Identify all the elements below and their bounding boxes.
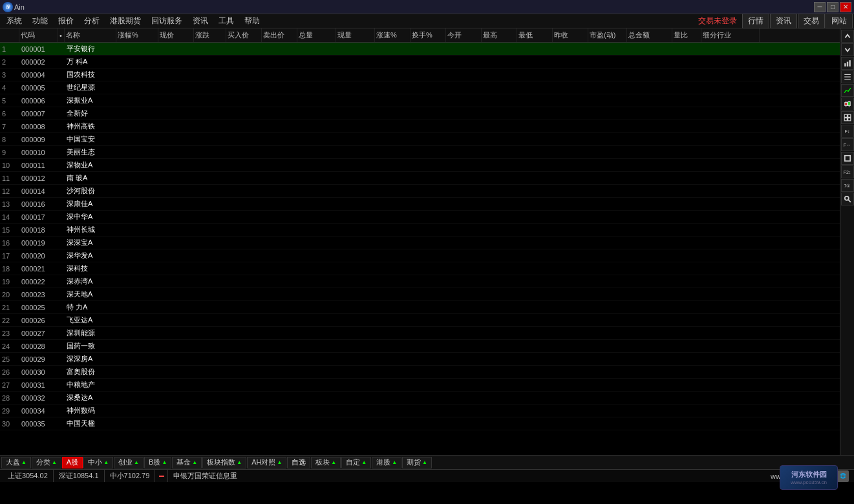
col-curvol[interactable]: 现量 (336, 28, 375, 42)
col-totalamount[interactable]: 总金额 (627, 28, 672, 42)
table-row[interactable]: 27 000031 中粮地产 (0, 379, 840, 392)
sidebar-search-btn[interactable] (841, 193, 854, 205)
sidebar-fz-btn[interactable]: F2↕ (841, 165, 854, 178)
sidebar-list-btn[interactable] (841, 70, 854, 83)
bottom-tab-自选[interactable]: 自选 (287, 457, 310, 468)
bottom-tab-板块指数[interactable]: 板块指数▲ (202, 457, 246, 468)
col-pe[interactable]: 市盈(动) (588, 28, 627, 42)
col-yesterday[interactable]: 昨收 (553, 28, 588, 42)
table-row[interactable]: 20 000023 深天地A (0, 288, 840, 301)
col-turnover[interactable]: 换手% (411, 28, 446, 42)
col-price[interactable]: 现价 (158, 28, 194, 42)
menu-tools[interactable]: 工具 (213, 14, 239, 28)
table-row[interactable]: 22 000026 飞亚达A (0, 314, 840, 327)
sidebar-candlestick-btn[interactable] (841, 98, 854, 110)
table-row[interactable]: 2 000002 万 科A (0, 56, 840, 68)
table-row[interactable]: 12 000014 沙河股份 (0, 185, 840, 198)
sidebar-square-btn[interactable] (841, 152, 854, 165)
sidebar-down-btn[interactable] (841, 43, 854, 56)
col-buy[interactable]: 买入价 (226, 28, 262, 42)
tab-label: 创业 (118, 457, 133, 467)
bottom-tab-基金[interactable]: 基金▲ (172, 457, 202, 468)
bottom-tab-大盘[interactable]: 大盘▲ (1, 457, 31, 468)
table-header: 代码 • 名称 涨幅% 现价 涨跌 买入价 卖出价 总量 现量 涨速% 换手% … (0, 28, 840, 43)
table-row[interactable]: 26 000030 富奥股份 (0, 366, 840, 379)
bottom-tab-期货[interactable]: 期货▲ (402, 457, 432, 468)
restore-button[interactable]: □ (827, 2, 838, 12)
menu-system[interactable]: 系统 (1, 14, 27, 28)
bottom-tab-A股[interactable]: A股 (62, 457, 83, 468)
col-volratio[interactable]: 量比 (672, 28, 701, 42)
table-row[interactable]: 28 000032 深桑达A (0, 392, 840, 404)
table-row[interactable]: 14 000017 深中华A (0, 211, 840, 224)
table-row[interactable]: 19 000022 深赤湾A (0, 275, 840, 288)
col-high[interactable]: 最高 (482, 28, 517, 42)
col-sell[interactable]: 卖出价 (262, 28, 297, 42)
bottom-tab-自定[interactable]: 自定▲ (341, 457, 371, 468)
table-row[interactable]: 21 000025 特 力A (0, 301, 840, 314)
sidebar-linechart-btn[interactable] (841, 84, 854, 97)
sidebar-up-btn[interactable] (841, 30, 854, 43)
menu-news[interactable]: 资讯 (187, 14, 213, 28)
table-row[interactable]: 18 000021 深科技 (0, 262, 840, 275)
menu-return-service[interactable]: 回访服务 (146, 14, 187, 28)
sidebar-7btn[interactable]: 7① (841, 179, 854, 192)
col-low[interactable]: 最低 (517, 28, 553, 42)
table-row[interactable]: 6 000007 全新好 (0, 107, 840, 120)
bottom-tab-AH对照[interactable]: AH对照▲ (247, 457, 286, 468)
bottom-tab-板块[interactable]: 板块▲ (311, 457, 341, 468)
menu-btn-quotes[interactable]: 行情 (742, 14, 769, 28)
col-speed[interactable]: 涨速% (375, 28, 411, 42)
menu-btn-news[interactable]: 资讯 (770, 14, 797, 28)
col-changepct[interactable]: 涨幅% (116, 28, 158, 42)
menu-btn-trade[interactable]: 交易 (798, 14, 825, 28)
close-button[interactable]: ✕ (840, 2, 851, 12)
minimize-button[interactable]: ─ (814, 2, 826, 12)
col-industry[interactable]: 细分行业 (701, 28, 760, 42)
cell-code: 000020 (19, 252, 58, 260)
table-row[interactable]: 9 000010 美丽生态 (0, 146, 840, 159)
bottom-tabs: 大盘▲分类▲A股中小▲创业▲B股▲基金▲板块指数▲AH对照▲自选板块▲自定▲港股… (0, 455, 854, 469)
table-row[interactable]: 8 000009 中国宝安 (0, 133, 840, 146)
table-row[interactable]: 5 000006 深振业A (0, 94, 840, 107)
table-row[interactable]: 10 000011 深物业A (0, 159, 840, 172)
sidebar-fa-btn[interactable]: F↔ (841, 138, 854, 151)
bottom-tab-B股[interactable]: B股▲ (144, 457, 171, 468)
cell-name: 深天地A (65, 289, 116, 299)
sidebar-f2-btn[interactable]: F↕ (841, 125, 854, 138)
table-row[interactable]: 24 000028 国药一致 (0, 340, 840, 353)
table-row[interactable]: 25 000029 深深房A (0, 353, 840, 366)
table-row[interactable]: 1 000001 平安银行 (0, 43, 840, 56)
table-row[interactable]: 16 000019 深深宝A (0, 236, 840, 249)
cell-code: 000029 (19, 355, 58, 363)
col-totalvol[interactable]: 总量 (297, 28, 336, 42)
bottom-tab-中小[interactable]: 中小▲ (83, 457, 113, 468)
table-row[interactable]: 15 000018 神州长城 (0, 224, 840, 236)
table-row[interactable]: 11 000012 南 玻A (0, 172, 840, 185)
col-change[interactable]: 涨跌 (194, 28, 226, 42)
table-row[interactable]: 3 000004 国农科技 (0, 68, 840, 81)
menu-hk-futures[interactable]: 港股期货 (105, 14, 146, 28)
bottom-tab-分类[interactable]: 分类▲ (32, 457, 61, 468)
cell-code: 000012 (19, 174, 58, 182)
menu-btn-website[interactable]: 网站 (826, 14, 853, 28)
table-row[interactable]: 17 000020 深华发A (0, 249, 840, 262)
menu-help[interactable]: 帮助 (239, 14, 265, 28)
menu-analysis[interactable]: 分析 (79, 14, 105, 28)
table-row[interactable]: 13 000016 深康佳A (0, 198, 840, 211)
menu-function[interactable]: 功能 (27, 14, 53, 28)
bottom-tab-创业[interactable]: 创业▲ (114, 457, 144, 468)
bottom-tab-港股[interactable]: 港股▲ (372, 457, 401, 468)
sidebar-chart1-btn[interactable] (841, 57, 854, 70)
sidebar-grid-btn[interactable] (841, 111, 854, 124)
table-row[interactable]: 4 000005 世纪星源 (0, 81, 840, 94)
table-row[interactable]: 23 000027 深圳能源 (0, 327, 840, 340)
col-num (0, 28, 19, 42)
col-open[interactable]: 今开 (446, 28, 482, 42)
col-name[interactable]: 名称 (65, 28, 116, 42)
menu-quote[interactable]: 报价 (53, 14, 79, 28)
table-row[interactable]: 29 000034 神州数码 (0, 404, 840, 417)
table-row[interactable]: 7 000008 神州高铁 (0, 120, 840, 133)
table-row[interactable]: 30 000035 中国天楹 (0, 417, 840, 430)
col-code[interactable]: 代码 (19, 28, 58, 42)
